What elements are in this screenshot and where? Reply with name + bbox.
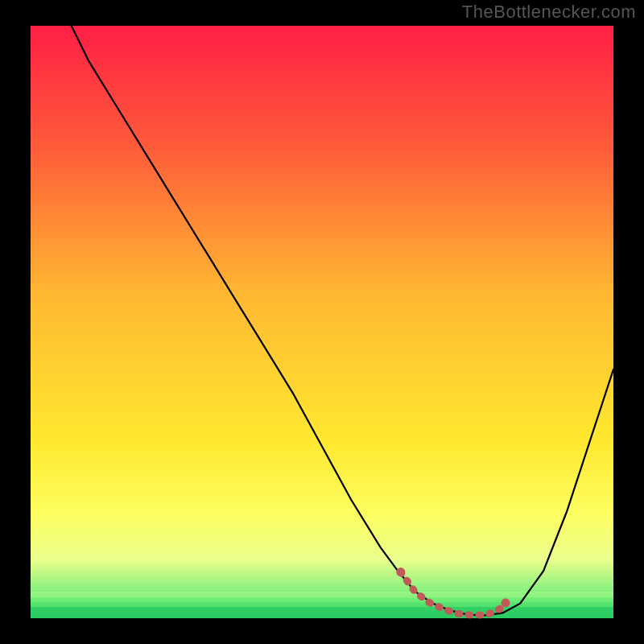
bottleneck-chart bbox=[0, 0, 644, 644]
trough-marker-dot bbox=[502, 598, 510, 607]
svg-rect-4 bbox=[31, 607, 613, 618]
watermark-text: TheBottlenecker.com bbox=[462, 2, 636, 23]
chart-frame: TheBottlenecker.com bbox=[0, 0, 644, 644]
svg-rect-2 bbox=[31, 597, 613, 602]
svg-rect-3 bbox=[31, 602, 613, 607]
trough-marker-dot bbox=[396, 568, 405, 576]
svg-rect-0 bbox=[31, 26, 613, 618]
